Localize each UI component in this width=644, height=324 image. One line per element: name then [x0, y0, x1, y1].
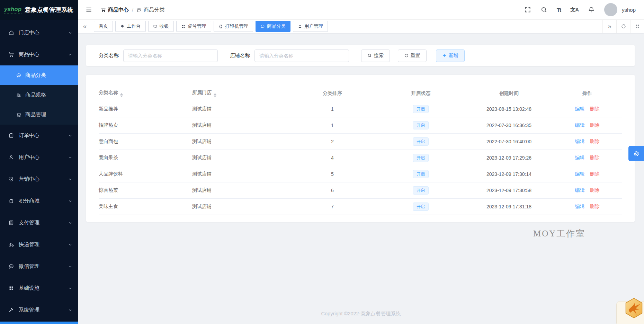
sort-icon[interactable] [214, 93, 216, 97]
tab-table-manage[interactable]: 桌号管理 [176, 21, 211, 32]
sidebar-item-order-center[interactable]: 订单中心 [0, 125, 78, 146]
tab-user-manage[interactable]: 用户管理 [293, 21, 328, 32]
add-button-label: 新增 [449, 53, 458, 59]
tag-tabs-bar: « 首页 工作台 收银 桌号管理 打印机管理 商品分类 用户管理 [78, 20, 644, 33]
cell-sort-order: 4 [289, 150, 376, 166]
logo-text: yshop [4, 6, 21, 14]
sidebar-item-label: 基础设施 [19, 285, 68, 291]
sidebar-item-product-center[interactable]: 商品中心 [0, 44, 78, 65]
add-button[interactable]: 新增 [436, 50, 465, 62]
chat-dots-icon [136, 7, 142, 12]
cell-sort-order: 6 [289, 182, 376, 198]
app-logo[interactable]: yshop 意象点餐管理系统 [0, 0, 78, 20]
translate-icon[interactable]: 文A [570, 7, 579, 13]
sort-icon[interactable] [120, 93, 123, 97]
refresh-icon[interactable] [616, 20, 630, 33]
tab-label: 打印机管理 [225, 23, 249, 29]
cell-status: 开启 [376, 150, 466, 166]
sidebar-item-label: 支付管理 [19, 219, 68, 226]
sliders-icon [16, 92, 21, 98]
cart-icon [101, 7, 106, 12]
col-label: 分类排序 [323, 90, 342, 96]
delete-link[interactable]: 删除 [590, 204, 600, 209]
delete-link[interactable]: 删除 [590, 122, 600, 128]
sidebar-item-wechat-manage[interactable]: 微信管理 [0, 255, 78, 277]
sidebar-item-label: 用户中心 [19, 154, 68, 161]
sidebar-item-store-center[interactable]: 门店中心 [0, 22, 78, 44]
home-icon [8, 30, 14, 36]
delete-link[interactable]: 删除 [590, 138, 600, 144]
layout-grid-icon[interactable] [630, 20, 644, 33]
tab-workbench[interactable]: 工作台 [115, 21, 146, 32]
badge-icon [8, 198, 14, 204]
table-row: 意向面包 测试店铺 2 开启 2022-07-30 16:40:00 编辑删除 [99, 133, 622, 150]
col-category-name[interactable]: 分类名称 [99, 86, 192, 101]
corner-widget[interactable] [615, 296, 644, 324]
edit-link[interactable]: 编辑 [575, 171, 585, 177]
tab-label: 工作台 [127, 23, 141, 29]
delete-link[interactable]: 删除 [590, 106, 600, 111]
sidebar-item-system-manage[interactable]: 系统管理 [0, 299, 78, 321]
edit-link[interactable]: 编辑 [575, 122, 585, 128]
category-name-label: 分类名称 [99, 52, 119, 59]
reset-button[interactable]: 重置 [398, 50, 427, 62]
cell-created: 2023-12-09 17:29:26 [466, 150, 552, 166]
cell-actions: 编辑删除 [552, 182, 622, 198]
tabs-scroll-right-icon[interactable]: » [602, 20, 616, 33]
sidebar: yshop 意象点餐管理系统 门店中心 商品中心 商品分类 [0, 0, 78, 324]
col-label: 创建时间 [499, 90, 519, 96]
sidebar-item-label: 微信管理 [19, 263, 68, 270]
edit-link[interactable]: 编辑 [575, 155, 585, 160]
sidebar-item-product-category[interactable]: 商品分类 [0, 65, 78, 85]
tab-product-category[interactable]: 商品分类 [256, 21, 290, 32]
settings-drawer-button[interactable] [628, 146, 644, 161]
cell-status: 开启 [376, 101, 466, 117]
sidebar-item-infrastructure[interactable]: 基础设施 [0, 277, 78, 299]
breadcrumb-product-category[interactable]: 商品分类 [136, 7, 164, 13]
delete-link[interactable]: 删除 [590, 187, 600, 193]
sidebar-item-label: 门店中心 [19, 29, 68, 36]
sidebar-item-user-center[interactable]: 用户中心 [0, 146, 78, 168]
sidebar-item-product-spec[interactable]: 商品规格 [0, 85, 78, 105]
delete-link[interactable]: 删除 [590, 155, 600, 160]
sidebar-item-express-manage[interactable]: 快递管理 [0, 234, 78, 255]
sidebar-item-product-manage[interactable]: 商品管理 [0, 105, 78, 125]
tab-printer-manage[interactable]: 打印机管理 [214, 21, 253, 32]
header-username[interactable]: yshop [622, 7, 636, 13]
tab-home[interactable]: 首页 [94, 21, 113, 32]
col-actions: 操作 [552, 86, 622, 101]
tabs-scroll-left-icon[interactable]: « [78, 20, 92, 33]
bicycle-icon [8, 242, 14, 248]
fullscreen-icon[interactable] [524, 6, 531, 13]
avatar[interactable] [604, 3, 617, 16]
edit-link[interactable]: 编辑 [575, 106, 585, 111]
category-name-input[interactable] [123, 50, 218, 62]
cell-actions: 编辑删除 [552, 150, 622, 166]
search-button[interactable]: 搜索 [361, 50, 390, 62]
sidebar-item-marketing-center[interactable]: 营销中心 [0, 168, 78, 190]
sidebar-scrollbar[interactable] [0, 322, 78, 324]
tab-cashier[interactable]: 收银 [148, 21, 174, 32]
hamburger-icon[interactable] [85, 6, 92, 14]
bell-icon[interactable] [588, 6, 595, 13]
edit-link[interactable]: 编辑 [575, 187, 585, 193]
cell-category-name: 大品牌饮料 [99, 166, 192, 182]
sidebar-item-points-mall[interactable]: 积分商城 [0, 190, 78, 212]
edit-link[interactable]: 编辑 [575, 138, 585, 144]
sidebar-item-payment-manage[interactable]: 支付管理 [0, 212, 78, 234]
cell-store: 测试店铺 [192, 166, 289, 182]
page: yshop 意象点餐管理系统 门店中心 商品中心 商品分类 [0, 0, 644, 324]
chevron-down-icon [68, 199, 72, 203]
status-badge: 开启 [413, 154, 429, 162]
font-size-icon[interactable]: Tt [557, 7, 561, 13]
breadcrumb-product-center[interactable]: 商品中心 [101, 7, 129, 13]
hammer-icon [8, 307, 14, 313]
search-icon[interactable] [540, 6, 547, 13]
tab-label: 桌号管理 [188, 23, 206, 29]
edit-link[interactable]: 编辑 [575, 204, 585, 209]
status-badge: 开启 [413, 121, 429, 129]
store-name-input[interactable] [254, 50, 349, 62]
chat-dots-icon [8, 263, 14, 269]
delete-link[interactable]: 删除 [590, 171, 600, 177]
col-store[interactable]: 所属门店 [192, 86, 289, 101]
